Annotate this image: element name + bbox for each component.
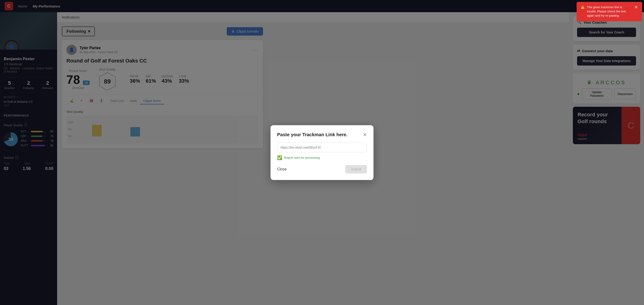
trackman-link-input[interactable] xyxy=(277,142,367,152)
success-check-icon: ✅ xyxy=(277,155,282,160)
modal-overlay: Paste your Trackman Link here. ✕ ✅ Repor… xyxy=(0,0,644,305)
modal-header: Paste your Trackman Link here. ✕ xyxy=(277,132,367,138)
error-toast: ⚠️ The given trackman link is invalid. P… xyxy=(576,2,642,21)
modal-close-button[interactable]: Close xyxy=(277,167,287,171)
toast-close-button[interactable]: ✕ xyxy=(634,5,638,9)
trackman-modal: Paste your Trackman Link here. ✕ ✅ Repor… xyxy=(270,125,374,180)
warning-icon: ⚠️ xyxy=(581,5,584,9)
modal-title: Paste your Trackman Link here. xyxy=(277,132,348,138)
modal-success-message: ✅ Report sent for processing xyxy=(277,155,367,160)
success-text: Report sent for processing xyxy=(284,156,320,160)
modal-footer: Close Submit xyxy=(277,165,367,174)
error-message: The given trackman link is invalid. Plea… xyxy=(587,5,632,18)
modal-submit-button: Submit xyxy=(346,165,367,174)
modal-close-x-button[interactable]: ✕ xyxy=(363,132,367,138)
